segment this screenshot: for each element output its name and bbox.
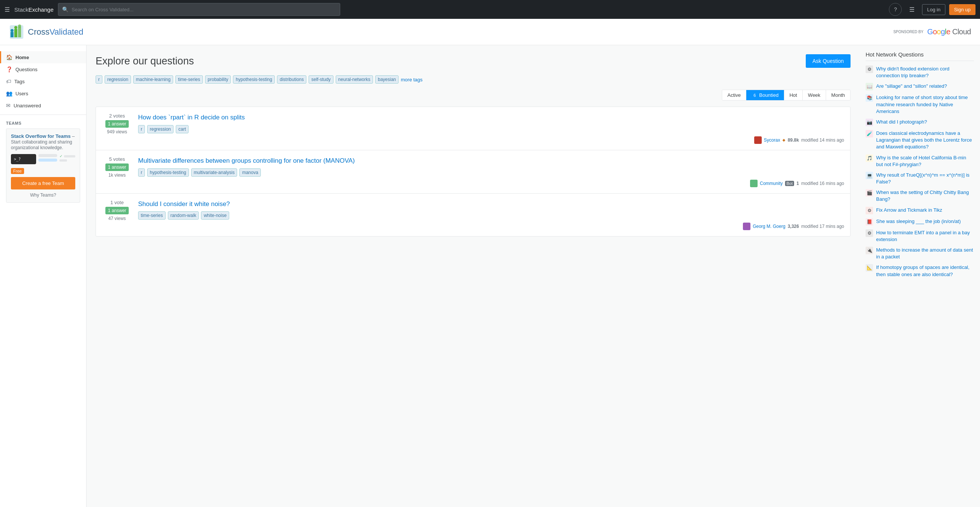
- inbox-icon[interactable]: ☰: [905, 3, 918, 16]
- hamburger-icon[interactable]: ☰: [5, 6, 10, 13]
- tag-self-study[interactable]: self-study: [309, 75, 333, 84]
- sponsored-by-label: SPONSORED BY: [893, 29, 924, 34]
- question-title-1[interactable]: How does `rpart` in R decide on splits: [138, 113, 844, 122]
- hot-network-icon-10: 📕: [865, 218, 873, 226]
- right-sidebar: Hot Network Questions ⚙ Why didn't flood…: [859, 45, 980, 507]
- tag-hypothesis-testing[interactable]: hypothesis-testing: [233, 75, 275, 84]
- sidebar-item-users[interactable]: 👥 Users: [0, 88, 86, 99]
- tag-distributions[interactable]: distributions: [277, 75, 306, 84]
- hot-network-icon-11: ⚙: [865, 230, 873, 237]
- site-logo[interactable]: CrossValidated: [9, 24, 84, 40]
- tag-probability[interactable]: probability: [205, 75, 231, 84]
- tag-r[interactable]: r: [95, 75, 102, 84]
- question-meta-3: Georg M. Goerg 3,326 modified 17 mins ag…: [138, 223, 844, 230]
- sidebar-item-tags[interactable]: 🏷 Tags: [0, 75, 86, 88]
- tag-hypothesis-q2[interactable]: hypothesis-testing: [147, 168, 189, 177]
- teams-illustration: >_? ✓: [11, 154, 75, 164]
- brand-logo[interactable]: StackExchange: [14, 6, 53, 13]
- hot-network-icon-8: 🎬: [865, 189, 873, 197]
- sort-tab-active[interactable]: Active: [722, 90, 746, 100]
- tag-randomwalk-q3[interactable]: random-walk: [168, 211, 199, 220]
- sidebar-item-unanswered-label: Unanswered: [14, 103, 41, 108]
- search-bar[interactable]: 🔍: [58, 3, 340, 16]
- tag-r-q2[interactable]: r: [138, 168, 145, 177]
- ask-question-button[interactable]: Ask Question: [806, 54, 851, 68]
- create-team-button[interactable]: Create a free Team: [11, 177, 75, 190]
- sort-tab-week[interactable]: Week: [803, 90, 826, 100]
- view-count-3: 47 views: [108, 216, 126, 221]
- list-item[interactable]: 💻 Why result of TrueQ[(x^n)^m == x^(n*m)…: [865, 172, 974, 185]
- list-item[interactable]: 🔌 Methods to increase the amount of data…: [865, 247, 974, 260]
- login-button[interactable]: Log in: [922, 4, 945, 15]
- sidebar-item-questions[interactable]: ❓ Questions: [0, 63, 86, 75]
- sidebar-item-unanswered[interactable]: ✉ Unanswered: [0, 99, 86, 112]
- site-logo-icon: [9, 24, 24, 40]
- page-title: Explore our questions: [95, 55, 194, 67]
- question-title-3[interactable]: Should I consider it white noise?: [138, 199, 844, 209]
- list-item[interactable]: 🎵 Why is the scale of Hotel California B…: [865, 155, 974, 168]
- questions-list: 2 votes 1 answer 949 views How does `rpa…: [95, 107, 851, 236]
- hot-network-text-9: Fix Arrow and Tickmark in Tikz: [876, 207, 942, 214]
- user-name-1[interactable]: Sycorax: [764, 137, 780, 143]
- tag-cart-q1[interactable]: cart: [176, 125, 189, 133]
- tag-whitenoise-q3[interactable]: white-noise: [201, 211, 229, 220]
- user-avatar-3: [743, 223, 751, 230]
- hot-network-text-5: Does classical electrodynamics have a La…: [876, 130, 974, 151]
- tag-time-series[interactable]: time-series: [175, 75, 203, 84]
- home-icon: 🏠: [6, 54, 13, 60]
- hot-network-text-7: Why result of TrueQ[(x^n)^m == x^(n*m)] …: [876, 172, 974, 185]
- sort-tab-month[interactable]: Month: [826, 90, 850, 100]
- help-button[interactable]: ?: [889, 3, 902, 16]
- question-meta-1: Sycorax ◆ 89.8k modified 14 mins ago: [138, 136, 844, 144]
- tag-bayesian[interactable]: bayesian: [375, 75, 399, 84]
- tag-neural-networks[interactable]: neural-networks: [336, 75, 373, 84]
- tag-regression-q1[interactable]: regression: [147, 125, 173, 133]
- list-item[interactable]: 🧪 Does classical electrodynamics have a …: [865, 130, 974, 151]
- search-input[interactable]: [72, 7, 336, 13]
- list-item[interactable]: ⚙ Why didn't flooded extension cord conn…: [865, 65, 974, 79]
- tag-r-q1[interactable]: r: [138, 125, 145, 133]
- list-item[interactable]: 📕 She was sleeping ___ the job (in/on/at…: [865, 218, 974, 226]
- question-title-2[interactable]: Multivariate differences between groups …: [138, 156, 844, 165]
- sort-tab-bountied[interactable]: 6 Bountied: [746, 90, 784, 100]
- tag-multivariate-q2[interactable]: multivariate-analysis: [191, 168, 237, 177]
- hot-network-icon-12: 🔌: [865, 247, 873, 254]
- list-item[interactable]: 📖 Are "sillage" and "sillon" related?: [865, 83, 974, 91]
- hot-network-text-2: Are "sillage" and "sillon" related?: [876, 83, 947, 90]
- more-tags-link[interactable]: more tags: [401, 77, 423, 83]
- sort-tabs: Active 6 Bountied Hot Week Month: [722, 90, 851, 100]
- hot-network-icon-6: 🎵: [865, 155, 873, 162]
- search-icon: 🔍: [62, 6, 68, 13]
- list-item[interactable]: 🎬 When was the setting of Chitty Chitty …: [865, 189, 974, 202]
- list-item[interactable]: ⚙ How to terminate EMT into a panel in a…: [865, 230, 974, 243]
- tag-timeseries-q3[interactable]: time-series: [138, 211, 165, 220]
- hot-network-text-11: How to terminate EMT into a panel in a b…: [876, 230, 974, 243]
- answer-count-3: 1 answer: [105, 207, 129, 214]
- tag-machine-learning[interactable]: machine-learning: [133, 75, 173, 84]
- signup-button[interactable]: Sign up: [949, 4, 975, 15]
- table-row: 5 votes 1 answer 1k views Multivariate d…: [96, 150, 850, 194]
- sidebar-item-home[interactable]: 🏠 Home: [0, 51, 86, 63]
- answer-count-1: 1 answer: [105, 120, 129, 128]
- table-row: 1 vote 1 answer 47 views Should I consid…: [96, 194, 850, 236]
- hot-network-icon-13: 📐: [865, 264, 873, 272]
- brand-text: StackExchange: [14, 6, 53, 13]
- hot-network-text-3: Looking for name of short story about ti…: [876, 94, 974, 115]
- why-teams-link[interactable]: Why Teams?: [11, 193, 75, 198]
- list-item[interactable]: 📐 If homotopy groups of spaces are ident…: [865, 264, 974, 277]
- sort-tab-hot[interactable]: Hot: [784, 90, 803, 100]
- answer-count-2: 1 answer: [105, 163, 129, 171]
- vote-count-1: 2 votes: [109, 113, 125, 119]
- user-name-2[interactable]: Community: [760, 181, 783, 186]
- teams-section-label: TEAMS: [6, 121, 80, 126]
- tag-manova-q2[interactable]: manova: [239, 168, 261, 177]
- tag-regression[interactable]: regression: [105, 75, 131, 84]
- list-item[interactable]: 📷 What did I photograph?: [865, 119, 974, 126]
- list-item[interactable]: ⚙ Fix Arrow and Tickmark in Tikz: [865, 207, 974, 214]
- svg-point-6: [18, 24, 21, 27]
- google-cloud-logo: Google Cloud: [928, 27, 971, 36]
- list-item[interactable]: 📚 Looking for name of short story about …: [865, 94, 974, 115]
- main-layout: 🏠 Home ❓ Questions 🏷 Tags 👥 Users ✉ Unan…: [0, 45, 980, 507]
- user-name-3[interactable]: Georg M. Goerg: [752, 224, 786, 229]
- hot-network-text-12: Methods to increase the amount of data s…: [876, 247, 974, 260]
